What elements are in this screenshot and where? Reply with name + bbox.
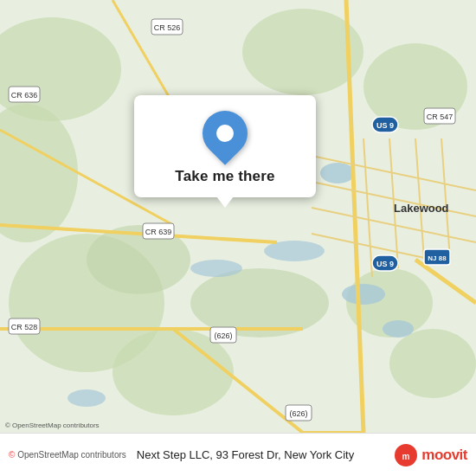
- svg-text:m: m: [402, 452, 410, 461]
- svg-text:NJ 88: NJ 88: [428, 254, 447, 262]
- svg-point-11: [320, 163, 355, 183]
- svg-text:US 9: US 9: [376, 121, 394, 130]
- pin-inner-circle: [216, 125, 234, 142]
- svg-point-14: [190, 260, 242, 277]
- svg-text:Lakewood: Lakewood: [394, 202, 449, 215]
- moovit-logo: m moovit: [394, 443, 467, 467]
- svg-text:(626): (626): [214, 331, 232, 340]
- moovit-icon: m: [394, 443, 418, 467]
- svg-point-16: [68, 389, 106, 407]
- svg-text:CR 526: CR 526: [154, 23, 181, 32]
- svg-text:CR 547: CR 547: [427, 113, 453, 121]
- osm-copyright: © OpenStreetMap contributors: [9, 450, 126, 460]
- take-me-there-button[interactable]: Take me there: [175, 168, 274, 185]
- svg-text:CR 639: CR 639: [145, 228, 172, 236]
- map-background: CR 636 CR 526 US 9 US 9 CR 547 CR 639 CR…: [0, 0, 476, 433]
- location-pin-icon: [193, 101, 257, 165]
- svg-text:US 9: US 9: [376, 260, 394, 268]
- osm-credit: © OpenStreetMap contributors: [9, 450, 126, 460]
- popup-card: Take me there: [134, 95, 316, 197]
- svg-point-12: [342, 284, 385, 305]
- svg-text:CR 528: CR 528: [11, 323, 38, 331]
- map-container: CR 636 CR 526 US 9 US 9 CR 547 CR 639 CR…: [0, 0, 476, 433]
- bottom-bar: © OpenStreetMap contributors Next Step L…: [0, 433, 476, 476]
- svg-point-8: [389, 329, 476, 398]
- svg-text:© OpenStreetMap contributors: © OpenStreetMap contributors: [5, 421, 100, 429]
- svg-text:CR 636: CR 636: [11, 91, 38, 100]
- moovit-text: moovit: [421, 447, 467, 464]
- svg-point-13: [383, 320, 414, 338]
- svg-text:(626): (626): [289, 409, 307, 418]
- address-label: Next Step LLC, 93 Forest Dr, New York Ci…: [137, 448, 389, 461]
